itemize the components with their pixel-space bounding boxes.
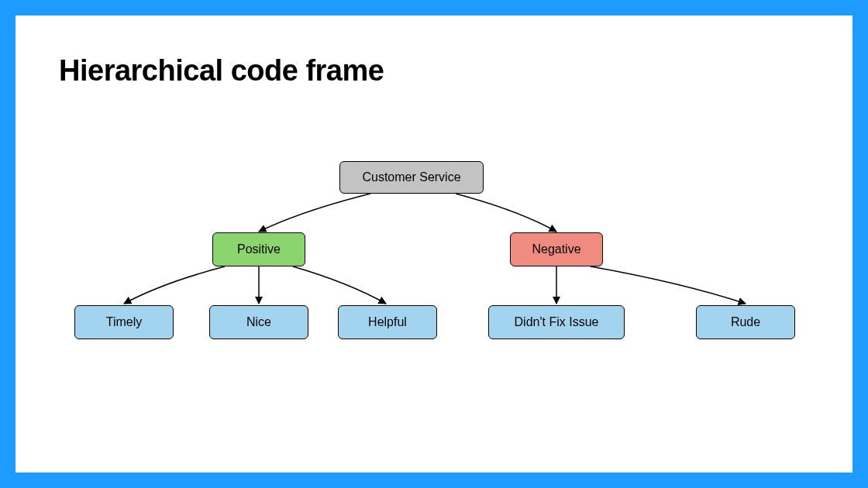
node-negative: Negative <box>510 232 603 266</box>
node-rude: Rude <box>696 305 795 339</box>
node-timely: Timely <box>74 305 174 339</box>
node-nice: Nice <box>209 305 308 339</box>
node-timely-label: Timely <box>106 315 143 329</box>
node-helpful: Helpful <box>338 305 437 339</box>
edge-positive-helpful <box>293 266 386 304</box>
edges-layer <box>16 15 852 473</box>
node-rude-label: Rude <box>731 315 760 329</box>
node-helpful-label: Helpful <box>368 315 407 329</box>
node-didnt-fix: Didn't Fix Issue <box>488 305 625 339</box>
outer-frame: Hierarchical code frame <box>0 0 868 488</box>
node-root-label: Customer Service <box>362 170 460 184</box>
node-negative-label: Negative <box>532 242 580 256</box>
node-nice-label: Nice <box>246 315 271 329</box>
edge-negative-rude <box>591 266 746 304</box>
canvas: Hierarchical code frame <box>16 15 852 473</box>
edge-root-positive <box>259 194 370 232</box>
edge-positive-timely <box>124 266 225 304</box>
node-root: Customer Service <box>339 161 484 194</box>
edge-root-negative <box>456 194 556 232</box>
node-didnt-fix-label: Didn't Fix Issue <box>515 315 599 329</box>
node-positive-label: Positive <box>237 242 281 256</box>
node-positive: Positive <box>212 232 305 266</box>
